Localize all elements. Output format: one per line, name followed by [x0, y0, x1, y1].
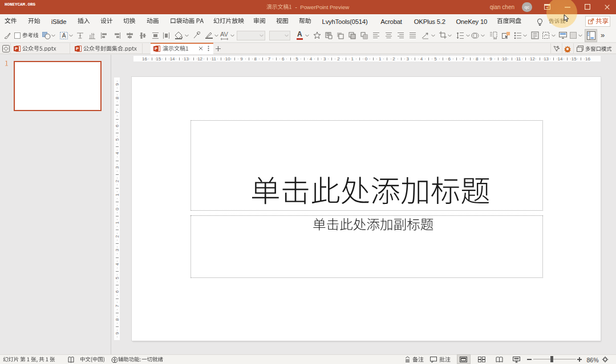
svg-text:A: A — [62, 32, 66, 39]
svg-text:P: P — [155, 46, 157, 51]
svg-text:P: P — [76, 46, 79, 51]
svg-text:P: P — [15, 46, 18, 51]
